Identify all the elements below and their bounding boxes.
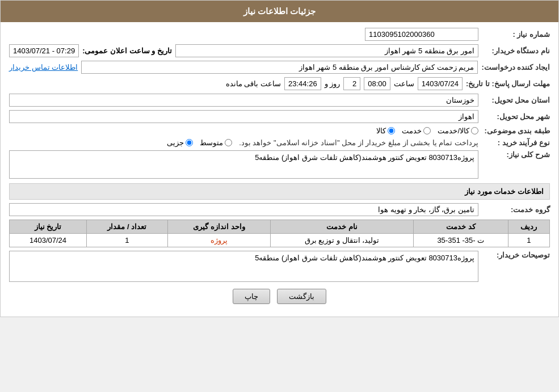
main-content: شماره نیاز : 1103095102000360 نام دستگاه… — [1, 22, 558, 317]
radio-kala-khedmat-input[interactable] — [471, 127, 478, 134]
need-desc-row: شرح کلی نیاز: — [9, 150, 550, 179]
radio-khedmat-input[interactable] — [423, 127, 431, 134]
contact-link[interactable]: اطلاعات تماس خریدار — [9, 63, 78, 71]
deadline-remaining: 23:44:26 — [284, 77, 321, 90]
col-unit: واحد اندازه گیری — [167, 220, 271, 234]
purchase-radio-group: پرداخت تمام یا بخشی از مبلغ خریدار از مح… — [167, 138, 478, 147]
services-table: ردیف کد خدمت نام خدمت واحد اندازه گیری ت… — [9, 220, 550, 247]
category-label: طبقه بندی موضوعی: — [482, 127, 550, 135]
radio-jozii-label: جزیی — [167, 138, 184, 147]
page-wrapper: جزئیات اطلاعات نیاز شماره نیاز : 1103095… — [0, 0, 559, 317]
city-value: اهواز — [9, 110, 478, 123]
buyer-desc-label: توصیحات خریدار: — [482, 251, 550, 259]
province-row: استان محل تحویل: خوزستان — [9, 94, 550, 107]
city-label: شهر محل تحویل: — [482, 112, 550, 121]
need-number-row: شماره نیاز : 1103095102000360 — [9, 28, 550, 41]
back-button[interactable]: بازگشت — [277, 289, 326, 304]
radio-kala-input[interactable] — [388, 127, 395, 134]
table-row: 1ت -35- 351-35تولید، انتقال و توزیع برقپ… — [10, 234, 550, 247]
page-title: جزئیات اطلاعات نیاز — [243, 6, 316, 16]
radio-jozii-input[interactable] — [186, 139, 193, 146]
deadline-row: مهلت ارسال پاسخ: تا تاریخ: 1403/07/24 سا… — [9, 77, 550, 90]
creator-value: مریم زحمت کش کارشناس امور برق منطقه 5 شه… — [81, 61, 478, 74]
creator-label: ایجاد کننده درخواست: — [481, 63, 550, 71]
requester-org-label: نام دستگاه خریدار: — [482, 47, 550, 55]
category-radio-group: کالا/خدمت خدمت کالا — [376, 127, 478, 135]
radio-khedmat: خدمت — [402, 127, 431, 135]
table-header-row: ردیف کد خدمت نام خدمت واحد اندازه گیری ت… — [10, 220, 550, 234]
buyer-desc-row: توصیحات خریدار: — [9, 251, 550, 282]
col-row: ردیف — [508, 220, 549, 234]
col-name: نام خدمت — [271, 220, 414, 234]
creator-row: ایجاد کننده درخواست: مریم زحمت کش کارشنا… — [9, 61, 550, 74]
deadline-time-label: ساعت — [394, 79, 414, 88]
purchase-type-label: نوع فرآیند خرید : — [482, 138, 550, 147]
deadline-remaining-label: ساعت باقی مانده — [226, 79, 281, 88]
radio-motavaset-label: متوسط — [200, 138, 223, 147]
service-group-row: گروه خدمت: تامین برق، گاز، بخار و تهویه … — [9, 203, 550, 216]
radio-kala-khedmat-label: کالا/خدمت — [438, 127, 469, 135]
service-group-label: گروه خدمت: — [482, 205, 550, 214]
buyer-desc-textarea[interactable] — [9, 251, 478, 282]
service-group-value: تامین برق، گاز، بخار و تهویه هوا — [9, 203, 478, 216]
province-value: خوزستان — [9, 94, 478, 107]
radio-kala: کالا — [376, 127, 395, 135]
requester-org-value: امور برق منطقه 5 شهر اهواز — [175, 44, 478, 57]
radio-motavaset: متوسط — [200, 138, 232, 147]
category-row: طبقه بندی موضوعی: کالا/خدمت خدمت کالا — [9, 127, 550, 135]
radio-khedmat-label: خدمت — [402, 127, 422, 135]
purchase-desc-text: پرداخت تمام یا بخشی از مبلغ خریدار از مح… — [239, 138, 478, 147]
services-section-title: اطلاعات خدمات مورد نیاز — [9, 183, 550, 200]
deadline-date: 1403/07/24 — [418, 77, 463, 90]
deadline-days: 2 — [343, 77, 360, 90]
deadline-label: مهلت ارسال پاسخ: تا تاریخ: — [466, 79, 550, 88]
page-header: جزئیات اطلاعات نیاز — [1, 1, 558, 22]
radio-jozii: جزیی — [167, 138, 193, 147]
need-desc-textarea[interactable] — [9, 150, 478, 179]
radio-kala-khedmat: کالا/خدمت — [438, 127, 478, 135]
col-code: کد خدمت — [413, 220, 508, 234]
radio-kala-label: کالا — [376, 127, 386, 135]
need-desc-label: شرح کلی نیاز: — [482, 150, 550, 159]
col-count: تعداد / مقدار — [87, 220, 168, 234]
deadline-days-label: روز و — [325, 79, 341, 88]
print-button[interactable]: چاپ — [233, 289, 270, 304]
buttons-row: بازگشت چاپ — [9, 289, 550, 304]
date-label: تاریخ و ساعت اعلان عمومی: — [82, 47, 172, 55]
need-number-label: شماره نیاز : — [482, 30, 550, 39]
table-cell: تولید، انتقال و توزیع برق — [271, 234, 414, 247]
province-label: استان محل تحویل: — [482, 96, 550, 104]
deadline-time: 08:00 — [364, 77, 390, 90]
city-row: شهر محل تحویل: اهواز — [9, 110, 550, 123]
date-value: 1403/07/21 - 07:29 — [9, 44, 79, 57]
purchase-type-row: نوع فرآیند خرید : پرداخت تمام یا بخشی از… — [9, 138, 550, 147]
table-cell: پروژه — [167, 234, 271, 247]
table-cell: 1 — [87, 234, 168, 247]
table-cell: 1 — [508, 234, 549, 247]
org-row: نام دستگاه خریدار: امور برق منطقه 5 شهر … — [9, 44, 550, 57]
need-number-value: 1103095102000360 — [365, 28, 478, 41]
radio-motavaset-input[interactable] — [225, 139, 232, 146]
table-cell: ت -35- 351-35 — [413, 234, 508, 247]
col-date: تاریخ نیاز — [10, 220, 87, 234]
table-cell: 1403/07/24 — [10, 234, 87, 247]
